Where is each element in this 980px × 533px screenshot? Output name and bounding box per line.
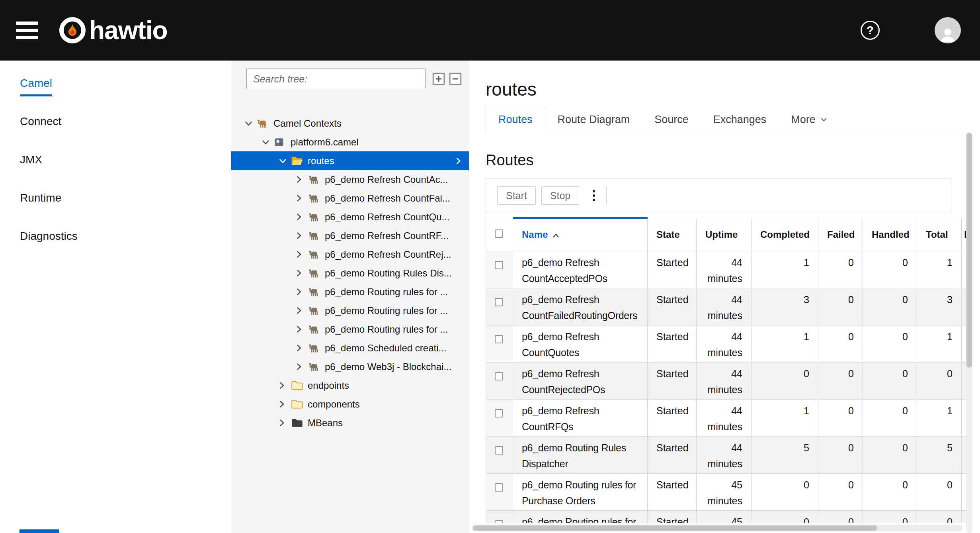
row-checkbox[interactable] <box>495 298 503 306</box>
tree-item-components[interactable]: components <box>231 395 469 413</box>
folder-dark-icon <box>291 418 305 428</box>
table-row[interactable]: p6_demo Refresh CountRejectedPOsStarted4… <box>486 362 966 399</box>
chevron-down-icon[interactable] <box>262 139 271 145</box>
chevron-right-icon[interactable] <box>296 269 306 277</box>
start-button[interactable]: Start <box>497 186 536 205</box>
chevron-right-icon[interactable] <box>296 344 306 352</box>
select-all-checkbox[interactable] <box>495 229 503 238</box>
menu-toggle-icon[interactable] <box>16 22 38 39</box>
tree-item-p6-demo-routing-rules-for[interactable]: p6_demo Routing rules for ... <box>231 282 469 301</box>
table-header-row: NameStateUptimeCompletedFailedHandledTot… <box>486 218 966 251</box>
kebab-menu-icon[interactable] <box>587 188 601 204</box>
tree-item-endpoints[interactable]: endpoints <box>231 376 469 395</box>
chevron-right-icon[interactable] <box>279 400 289 408</box>
cell-total: 1 <box>917 251 962 288</box>
tree-item-camel-contexts[interactable]: Camel Contexts <box>231 114 469 133</box>
tree-item-mbeans[interactable]: MBeans <box>231 413 469 432</box>
row-checkbox[interactable] <box>495 446 503 455</box>
row-checkbox[interactable] <box>495 409 503 417</box>
chevron-right-icon[interactable] <box>279 382 289 389</box>
sidebar-item-diagnostics[interactable]: Diagnostics <box>20 228 231 244</box>
stop-button[interactable]: Stop <box>541 186 579 205</box>
chevron-right-icon[interactable] <box>296 363 306 370</box>
cell-failed: 0 <box>818 251 863 288</box>
chevron-right-icon[interactable] <box>296 213 306 221</box>
row-select-cell <box>486 362 513 399</box>
chevron-right-icon[interactable] <box>296 325 306 333</box>
horizontal-scrollbar[interactable] <box>472 525 962 531</box>
row-checkbox[interactable] <box>495 335 503 343</box>
tree-item-label: p6_demo Web3j - Blockchai... <box>325 361 451 372</box>
table-row[interactable]: p6_demo Refresh CountAcceptedPOsStarted4… <box>486 251 966 288</box>
table-row[interactable]: p6_demo Routing Rules DispatcherStarted4… <box>486 436 966 473</box>
chevron-right-icon[interactable] <box>296 251 306 258</box>
tree-item-platform6-camel[interactable]: platform6.camel <box>231 133 469 151</box>
chevron-right-icon[interactable] <box>456 157 461 165</box>
chevron-right-icon[interactable] <box>296 176 306 183</box>
row-checkbox[interactable] <box>495 483 503 492</box>
cell-total: 5 <box>917 436 962 473</box>
column-header-completed[interactable]: Completed <box>752 218 818 251</box>
tree-search-input[interactable] <box>246 69 426 89</box>
table-row[interactable]: p6_demo Routing rules for Purchase Order… <box>486 473 966 510</box>
tab-exchanges[interactable]: Exchanges <box>701 107 779 132</box>
cell-failed: 0 <box>818 288 863 325</box>
table-row[interactable]: p6_demo Refresh CountRFQsStarted44 minut… <box>486 399 966 436</box>
routes-table-container: NameStateUptimeCompletedFailedHandledTot… <box>486 217 966 533</box>
table-row[interactable]: p6_demo Refresh CountFailedRoutingOrders… <box>486 288 966 325</box>
row-checkbox[interactable] <box>495 372 503 380</box>
tree-item-p6-demo-refresh-countrf[interactable]: p6_demo Refresh CountRF... <box>231 226 469 245</box>
chevron-down-icon[interactable] <box>245 121 254 126</box>
cell-handled: 0 <box>863 251 917 288</box>
tree-item-p6-demo-refresh-countac[interactable]: p6_demo Refresh CountAc... <box>231 170 469 189</box>
tab-bar: RoutesRoute DiagramSourceExchangesMore <box>486 106 966 132</box>
tab-routes[interactable]: Routes <box>486 107 545 132</box>
column-header-uptime[interactable]: Uptime <box>697 218 752 251</box>
tree-item-p6-demo-routing-rules-dis[interactable]: p6_demo Routing Rules Dis... <box>231 264 469 282</box>
chevron-right-icon[interactable] <box>296 194 306 202</box>
tree-item-p6-demo-web3j-blockchai[interactable]: p6_demo Web3j - Blockchai... <box>231 357 469 376</box>
tab-route-diagram[interactable]: Route Diagram <box>545 107 642 132</box>
tree-item-label: routes <box>308 155 334 167</box>
table-row[interactable]: p6_demo Refresh CountQuotesStarted44 min… <box>486 325 966 362</box>
sidebar-item-camel[interactable]: Camel <box>20 75 231 91</box>
chevron-right-icon[interactable] <box>296 232 306 239</box>
vertical-scrollbar[interactable] <box>966 133 972 533</box>
tree-item-p6-demo-refresh-countqu[interactable]: p6_demo Refresh CountQu... <box>231 208 469 226</box>
chevron-right-icon[interactable] <box>279 419 289 427</box>
column-header-failed[interactable]: Failed <box>818 218 863 251</box>
tree-item-p6-demo-routing-rules-for[interactable]: p6_demo Routing rules for ... <box>231 301 469 320</box>
tree-item-p6-demo-refresh-countrej[interactable]: p6_demo Refresh CountRej... <box>231 245 469 264</box>
row-checkbox[interactable] <box>495 261 503 269</box>
row-select-cell <box>486 399 513 436</box>
tree-item-p6-demo-refresh-countfai[interactable]: p6_demo Refresh CountFai... <box>231 189 469 208</box>
app-logo[interactable]: hawtio <box>59 17 168 44</box>
tab-source[interactable]: Source <box>642 107 701 132</box>
column-header-handled[interactable]: Handled <box>863 218 917 251</box>
tab-more[interactable]: More <box>779 107 839 132</box>
chevron-down-icon[interactable] <box>279 158 289 164</box>
column-header-name[interactable]: Name <box>513 218 648 251</box>
sidebar-item-jmx[interactable]: JMX <box>20 152 231 168</box>
horizontal-scrollbar-thumb[interactable] <box>473 525 877 531</box>
cell-state: Started <box>648 436 697 473</box>
help-icon[interactable]: ? <box>861 21 880 40</box>
tree-item-label: components <box>308 399 360 410</box>
collapse-all-icon[interactable] <box>449 72 462 86</box>
cell-total: 1 <box>917 325 962 362</box>
column-header-state[interactable]: State <box>648 218 697 251</box>
sidebar-item-connect[interactable]: Connect <box>20 114 231 129</box>
folder-icon <box>291 380 305 390</box>
tree-item-p6-demo-scheduled-creati[interactable]: p6_demo Scheduled creati... <box>231 339 469 357</box>
cell-completed: 1 <box>752 399 818 436</box>
sidebar-item-runtime[interactable]: Runtime <box>20 190 231 206</box>
avatar[interactable] <box>935 17 961 43</box>
tree-item-routes[interactable]: routes <box>231 151 469 170</box>
expand-all-icon[interactable] <box>432 72 445 86</box>
chevron-right-icon[interactable] <box>296 307 306 314</box>
help-glyph: ? <box>867 24 874 37</box>
vertical-scrollbar-thumb[interactable] <box>966 133 972 368</box>
column-header-total[interactable]: Total <box>917 218 962 251</box>
tree-item-p6-demo-routing-rules-for[interactable]: p6_demo Routing rules for ... <box>231 320 469 339</box>
chevron-right-icon[interactable] <box>296 288 306 296</box>
